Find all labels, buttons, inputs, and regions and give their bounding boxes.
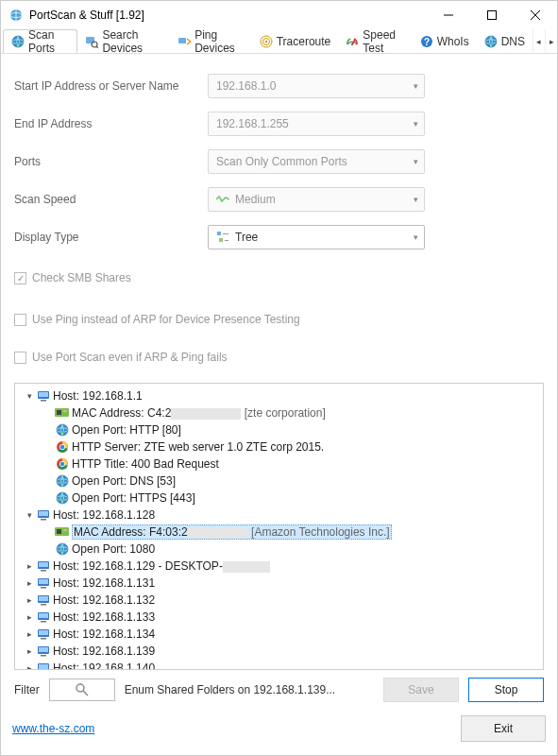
tree-twist[interactable]: ▸: [23, 612, 36, 622]
tab-whois[interactable]: ?WhoIs: [413, 29, 477, 53]
tab-traceroute[interactable]: Traceroute: [252, 29, 339, 53]
tree-twist[interactable]: ▸: [23, 561, 36, 571]
tree-twist[interactable]: ▸: [23, 578, 36, 588]
tree-node[interactable]: Open Port: 1080: [17, 541, 541, 558]
start-ip-label: Start IP Address or Server Name: [14, 79, 208, 93]
display-type-value: Tree: [235, 231, 258, 244]
tree-node[interactable]: ▸Host: 192.168.1.139: [17, 643, 541, 660]
svg-point-16: [264, 40, 266, 42]
tree-node[interactable]: ▸Host: 192.168.1.140: [17, 660, 541, 670]
tab-scroll-left[interactable]: ◂: [533, 29, 545, 53]
tree-label: HTTP Server: ZTE web server 1.0 ZTE corp…: [72, 440, 324, 454]
tree-twist[interactable]: ▾: [23, 510, 36, 520]
results-tree[interactable]: ▾Host: 192.168.1.1MAC Address: C4:2 [zte…: [14, 383, 544, 670]
tree-node[interactable]: ▾Host: 192.168.1.1: [17, 387, 541, 404]
maximize-button[interactable]: [470, 1, 514, 29]
svg-rect-66: [41, 604, 46, 606]
scan-speed-field[interactable]: Medium ▾: [208, 187, 425, 212]
svg-rect-59: [39, 562, 48, 567]
search-devices-icon: [85, 35, 98, 48]
end-ip-field[interactable]: 192.168.1.255 ▾: [208, 112, 425, 136]
tab-label: Speed Test: [363, 28, 404, 55]
ports-field[interactable]: Scan Only Common Ports ▾: [208, 149, 425, 174]
display-type-field[interactable]: Tree ▾: [208, 225, 425, 249]
tree-label: Host: 192.168.1.133: [53, 610, 155, 624]
tree-label: Open Port: HTTP [80]: [72, 423, 181, 437]
tab-speed-test[interactable]: Speed Test: [338, 29, 412, 53]
svg-rect-75: [41, 655, 46, 657]
tree-label: MAC Address: C4:2 [zte corporation]: [72, 406, 326, 420]
ports-label: Ports: [14, 155, 208, 168]
tree-node[interactable]: MAC Address: C4:2 [zte corporation]: [17, 404, 541, 421]
tab-ping-devices[interactable]: Ping Devices: [170, 29, 252, 53]
check-smb-row[interactable]: ✓ Check SMB Shares: [14, 266, 544, 290]
tree-node[interactable]: ▸Host: 192.168.1.133: [17, 609, 541, 626]
tree-twist[interactable]: ▸: [23, 595, 36, 605]
tree-twist[interactable]: ▸: [23, 646, 36, 656]
save-button[interactable]: Save: [383, 678, 459, 702]
tab-scan-ports[interactable]: Scan Ports: [3, 29, 77, 53]
svg-rect-25: [223, 233, 228, 234]
display-type-label: Display Type: [14, 231, 208, 244]
tree-label: Open Port: HTTPS [443]: [72, 491, 195, 505]
tree-label: Open Port: 1080: [72, 542, 155, 556]
tab-label: Scan Ports: [28, 28, 69, 55]
host-icon: [36, 559, 51, 573]
tree-label: Host: 192.168.1.129 - DESKTOP-: [53, 559, 270, 573]
minimize-button[interactable]: [427, 1, 470, 29]
tree-node[interactable]: ▾Host: 192.168.1.128: [17, 507, 541, 524]
svg-point-39: [60, 445, 65, 450]
tab-label: Search Devices: [102, 28, 162, 55]
tree-label: Host: 192.168.1.134: [53, 627, 155, 641]
svg-point-79: [76, 684, 84, 692]
svg-rect-53: [57, 529, 61, 534]
start-ip-value: 192.168.1.0: [216, 79, 276, 93]
nic-icon: [55, 406, 70, 420]
website-link[interactable]: www.the-sz.com: [12, 722, 94, 735]
tab-dns[interactable]: DNS: [477, 29, 533, 53]
tree-twist[interactable]: ▸: [23, 629, 36, 639]
svg-rect-54: [63, 529, 67, 531]
start-ip-field[interactable]: 192.168.1.0 ▾: [208, 74, 425, 98]
tree-node[interactable]: Open Port: HTTP [80]: [17, 421, 541, 438]
scan-speed-value: Medium: [235, 193, 276, 206]
filter-input[interactable]: [49, 679, 115, 701]
tab-scroll-right[interactable]: ▸: [545, 29, 557, 53]
tree-node[interactable]: ▸Host: 192.168.1.134: [17, 626, 541, 643]
tree-twist[interactable]: ▾: [23, 391, 36, 401]
tree-node[interactable]: Open Port: HTTPS [443]: [17, 490, 541, 507]
tree-node[interactable]: ▸Host: 192.168.1.131: [17, 575, 541, 592]
tree-node[interactable]: ▸Host: 192.168.1.129 - DESKTOP-: [17, 558, 541, 575]
check-portscan-row[interactable]: Use Port Scan even if ARP & Ping fails: [14, 345, 544, 369]
tree-node[interactable]: MAC Address: F4:03:2 [Amazon Technologie…: [17, 524, 541, 541]
svg-rect-69: [41, 621, 46, 623]
svg-rect-4: [488, 11, 497, 20]
exit-button[interactable]: Exit: [461, 715, 546, 742]
tab-content: Start IP Address or Server Name 192.168.…: [1, 54, 557, 710]
svg-rect-62: [39, 579, 48, 584]
svg-rect-71: [39, 630, 48, 635]
check-smb-label: Check SMB Shares: [32, 271, 131, 284]
tree-node[interactable]: Open Port: DNS [53]: [17, 472, 541, 490]
chevron-down-icon: ▾: [414, 119, 418, 129]
svg-rect-30: [41, 400, 46, 402]
tree-label: Host: 192.168.1.139: [53, 644, 155, 658]
check-ping-row[interactable]: Use Ping instead of ARP for Device Prese…: [14, 307, 544, 332]
svg-rect-24: [217, 232, 221, 235]
stop-button[interactable]: Stop: [468, 678, 544, 702]
window-title: PortScan & Stuff [1.92]: [29, 9, 427, 22]
checkbox-icon: [14, 314, 26, 326]
tree-node[interactable]: HTTP Server: ZTE web server 1.0 ZTE corp…: [17, 438, 541, 455]
svg-point-18: [351, 43, 353, 45]
tree-node[interactable]: ▸Host: 192.168.1.132: [17, 592, 541, 609]
speedtest-icon: [346, 35, 359, 48]
tree-node[interactable]: HTTP Title: 400 Bad Request: [17, 455, 541, 472]
tab-label: Traceroute: [277, 35, 331, 48]
svg-rect-65: [39, 596, 48, 601]
tab-search-devices[interactable]: Search Devices: [77, 29, 170, 53]
svg-rect-29: [39, 392, 48, 397]
titlebar[interactable]: PortScan & Stuff [1.92]: [1, 1, 557, 29]
tree-twist[interactable]: ▸: [23, 663, 36, 670]
tab-label: DNS: [501, 35, 525, 48]
close-button[interactable]: [514, 1, 557, 29]
